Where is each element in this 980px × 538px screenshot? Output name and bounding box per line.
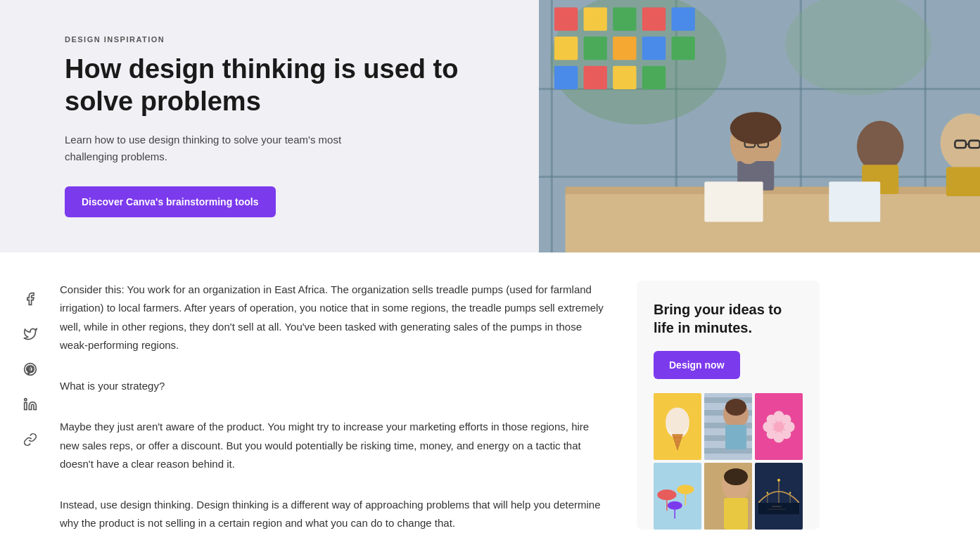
image-grid-cell-5	[704, 463, 752, 530]
svg-rect-10	[554, 7, 578, 30]
svg-point-43	[24, 399, 26, 401]
twitter-icon	[23, 327, 37, 341]
svg-rect-18	[642, 37, 666, 60]
svg-point-32	[739, 150, 757, 164]
pinterest-icon	[23, 362, 37, 376]
hero-cta-button[interactable]: Discover Canva's brainstorming tools	[65, 186, 276, 217]
linkedin-share-button[interactable]	[19, 393, 42, 416]
image-grid-cell-1	[654, 393, 701, 460]
svg-rect-2	[551, 0, 553, 252]
hero-subtitle: Learn how to use design thinking to solv…	[65, 132, 360, 165]
svg-rect-22	[613, 66, 636, 89]
sidebar-widget-title: Bring your ideas to life in minutes.	[654, 300, 803, 337]
svg-rect-25	[566, 194, 980, 252]
image-grid-cell-3	[755, 393, 803, 460]
facebook-share-button[interactable]	[19, 288, 42, 310]
svg-rect-13	[642, 7, 666, 30]
svg-rect-16	[584, 37, 607, 60]
link-icon	[23, 433, 37, 447]
linkedin-icon	[23, 397, 37, 411]
copy-link-button[interactable]	[19, 428, 42, 451]
design-now-button[interactable]: Design now	[654, 351, 740, 379]
article-paragraph-3: Maybe they just aren't aware of the prod…	[60, 418, 609, 473]
social-sidebar	[0, 281, 60, 538]
article-content: Consider this: You work for an organizat…	[60, 281, 623, 538]
svg-rect-20	[554, 66, 578, 89]
svg-point-92	[767, 492, 769, 494]
article-paragraph-1: Consider this: You work for an organizat…	[60, 281, 609, 354]
svg-point-91	[777, 479, 780, 482]
twitter-share-button[interactable]	[19, 323, 42, 345]
svg-rect-88	[758, 503, 799, 514]
hero-section: DESIGN INSPIRATION How design thinking i…	[0, 0, 980, 252]
pinterest-share-button[interactable]	[19, 358, 42, 380]
svg-point-46	[666, 408, 689, 435]
image-grid-cell-4	[654, 463, 701, 530]
article-paragraph-2: What is your strategy?	[60, 377, 609, 395]
svg-rect-36	[946, 167, 980, 196]
svg-rect-11	[584, 7, 607, 30]
svg-rect-17	[613, 37, 636, 60]
svg-rect-12	[613, 7, 636, 30]
svg-rect-19	[672, 37, 695, 60]
image-grid	[654, 393, 803, 530]
article-paragraph-4: Instead, use design thinking. Design thi…	[60, 496, 609, 533]
image-grid-cell-6	[755, 463, 803, 530]
svg-point-61	[725, 399, 746, 416]
svg-point-69	[782, 415, 791, 425]
svg-point-70	[767, 430, 777, 440]
facebook-icon	[23, 292, 37, 306]
svg-rect-14	[672, 7, 695, 30]
svg-point-93	[789, 492, 791, 494]
svg-rect-60	[725, 425, 746, 449]
svg-rect-82	[724, 498, 748, 530]
hero-label: DESIGN INSPIRATION	[65, 35, 497, 44]
hero-content: DESIGN INSPIRATION How design thinking i…	[0, 0, 539, 252]
svg-rect-40	[704, 181, 763, 222]
svg-rect-15	[554, 37, 578, 60]
image-grid-cell-2	[704, 393, 752, 460]
hero-image	[539, 0, 980, 252]
sidebar-widget: Bring your ideas to life in minutes. Des…	[637, 281, 820, 530]
svg-point-72	[773, 422, 784, 433]
svg-rect-41	[829, 181, 880, 222]
svg-point-33	[857, 121, 904, 172]
hero-title: How design thinking is used to solve pro…	[65, 53, 497, 117]
right-sidebar: Bring your ideas to life in minutes. Des…	[623, 281, 834, 538]
svg-point-31	[730, 112, 782, 144]
svg-point-71	[782, 430, 791, 440]
svg-point-83	[724, 468, 748, 485]
svg-rect-23	[642, 66, 666, 89]
svg-rect-42	[24, 403, 26, 410]
main-layout: Consider this: You work for an organizat…	[0, 252, 980, 538]
svg-rect-21	[584, 66, 607, 89]
svg-point-68	[767, 415, 777, 425]
